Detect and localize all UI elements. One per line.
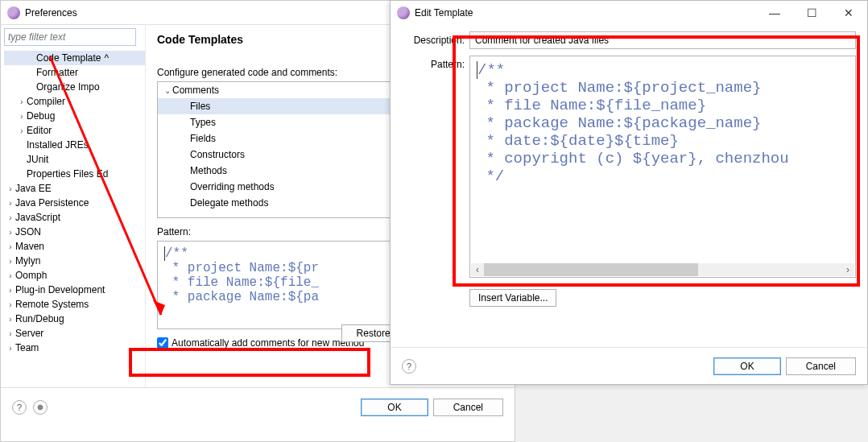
edit-template-dialog: Edit Template — ☐ ✕ Description: Pattern… (390, 0, 868, 385)
tree-item[interactable]: ›Editor (4, 123, 145, 138)
tree-item[interactable]: ›JSON (4, 225, 145, 239)
ok-button[interactable]: OK (361, 399, 428, 416)
expand-icon[interactable]: › (6, 315, 15, 324)
expand-icon[interactable]: › (6, 271, 15, 280)
help-icon[interactable]: ? (12, 400, 27, 415)
window-title: Preferences (25, 7, 77, 19)
cancel-button[interactable]: Cancel (433, 399, 503, 416)
expand-icon[interactable]: › (17, 97, 27, 106)
tree-item[interactable]: ›Remote Systems (4, 297, 145, 312)
scroll-left-icon[interactable]: ‹ (471, 263, 484, 276)
minimize-button[interactable]: — (756, 1, 793, 25)
scroll-thumb[interactable] (484, 263, 698, 276)
preferences-sidebar: Code Template^ Formatter Organize Impo ›… (1, 25, 146, 387)
app-icon (7, 6, 20, 19)
tree-item[interactable]: Properties Files Ed (4, 167, 145, 181)
horizontal-scrollbar[interactable]: ‹ › (471, 263, 854, 276)
tree-item[interactable]: ›Debug (4, 109, 145, 123)
tree-item[interactable]: ›JavaScript (4, 210, 145, 225)
tree-item[interactable]: ›Mylyn (4, 254, 145, 268)
pattern-editor[interactable]: /** * project Name:${project_name} * fil… (469, 56, 856, 278)
expand-icon[interactable]: › (6, 228, 15, 237)
auto-comments-label: Automatically add comments for new metho… (172, 337, 364, 349)
preferences-tree[interactable]: Code Template^ Formatter Organize Impo ›… (1, 51, 145, 355)
expand-icon[interactable]: › (6, 213, 15, 222)
tree-item[interactable]: ›Java EE (4, 181, 145, 196)
description-input[interactable] (469, 31, 856, 49)
close-button[interactable]: ✕ (830, 1, 867, 25)
collapse-icon[interactable]: ⌄ (163, 86, 172, 95)
import-export-icon[interactable] (33, 400, 48, 415)
tree-item[interactable]: ›Compiler (4, 94, 145, 109)
ok-button[interactable]: OK (713, 357, 780, 375)
tree-item[interactable]: JUnit (4, 152, 145, 167)
tree-item[interactable]: ›Plug-in Development (4, 283, 145, 297)
tree-item[interactable]: Formatter (4, 65, 145, 80)
tree-item[interactable]: ›Java Persistence (4, 196, 145, 210)
expand-icon[interactable]: › (6, 286, 15, 295)
filter-input[interactable] (4, 28, 136, 46)
expand-icon[interactable]: › (6, 184, 15, 193)
preferences-footer: ? OK Cancel (1, 387, 515, 426)
cancel-button[interactable]: Cancel (786, 357, 856, 375)
expand-icon[interactable]: › (6, 257, 15, 266)
insert-variable-button[interactable]: Insert Variable... (469, 289, 556, 307)
dialog-title-bar: Edit Template — ☐ ✕ (391, 1, 867, 25)
scroll-right-icon[interactable]: › (841, 263, 854, 276)
tree-item[interactable]: Code Template^ (4, 51, 145, 65)
expand-icon[interactable]: › (6, 344, 15, 353)
expand-icon[interactable]: › (6, 300, 15, 309)
tree-item[interactable]: ›Maven (4, 239, 145, 254)
app-icon (397, 6, 410, 19)
pattern-label: Pattern: (402, 56, 465, 70)
maximize-button[interactable]: ☐ (793, 1, 830, 25)
tree-item[interactable]: ›Run/Debug (4, 312, 145, 326)
expand-icon[interactable]: › (6, 199, 15, 208)
tree-item[interactable]: Installed JREs (4, 138, 145, 152)
tree-item[interactable]: ›Oomph (4, 268, 145, 283)
tree-item[interactable]: Organize Impo (4, 80, 145, 94)
expand-icon[interactable]: › (17, 112, 27, 121)
description-label: Description: (402, 35, 465, 46)
dialog-title: Edit Template (415, 7, 473, 19)
auto-comments-checkbox[interactable] (157, 337, 168, 349)
expand-icon[interactable]: › (6, 242, 15, 251)
tree-item[interactable]: ›Server (4, 326, 145, 341)
expand-icon[interactable]: › (17, 126, 27, 135)
tree-item[interactable]: ›Team (4, 341, 145, 355)
help-icon[interactable]: ? (402, 359, 416, 374)
expand-icon[interactable]: › (6, 329, 15, 338)
